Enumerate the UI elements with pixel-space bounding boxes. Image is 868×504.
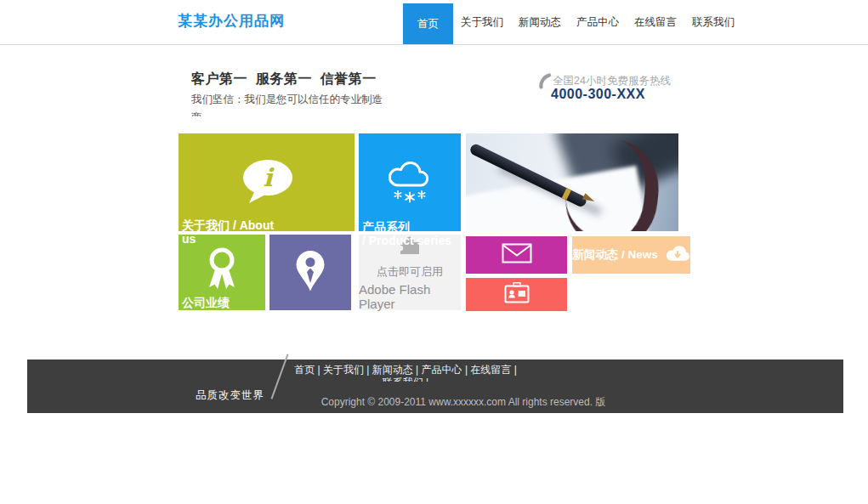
tile-products-label-line2: / Product series: [362, 235, 451, 248]
tile-mail[interactable]: [466, 236, 567, 274]
snow-cloud-icon: [385, 159, 434, 207]
flash-player-text: Adobe Flash Player: [359, 282, 461, 311]
tile-achievements[interactable]: 公司业绩: [179, 235, 265, 310]
tile-products[interactable]: 产品系列 / Product series: [359, 133, 461, 231]
contact-card-icon: [504, 282, 530, 307]
tile-location[interactable]: [269, 235, 351, 310]
tile-about[interactable]: i 关于我们 / About us: [179, 133, 355, 231]
phone-icon: [537, 73, 552, 93]
tile-products-label: 产品系列 / Product series: [362, 221, 451, 247]
hero-title: 客户第一 服务第一 信誉第一: [191, 71, 377, 88]
tile-news[interactable]: 新闻动态 / News: [572, 236, 690, 274]
nav-item-about[interactable]: 关于我们: [453, 0, 511, 44]
nav-item-message[interactable]: 在线留言: [627, 0, 684, 44]
nav-item-products[interactable]: 产品中心: [569, 0, 627, 44]
tile-pen-photo[interactable]: [466, 133, 678, 231]
person-pin-icon: [293, 250, 327, 296]
tile-about-label: 关于我们 / About us: [182, 219, 274, 246]
main-nav: 首页 关于我们 新闻动态 产品中心 在线留言 联系我们: [403, 0, 742, 44]
tile-about-label-line2: us: [182, 233, 274, 246]
award-ribbon-icon: [203, 246, 241, 294]
tile-achievements-label: 公司业绩: [182, 297, 230, 310]
nav-item-news[interactable]: 新闻动态: [511, 0, 569, 44]
download-cloud-icon: [665, 244, 690, 266]
site-logo[interactable]: 某某办公用品网: [178, 11, 285, 31]
envelope-icon: [502, 243, 532, 267]
flash-enable-text: 点击即可启用: [377, 264, 443, 280]
page: 某某办公用品网 首页 关于我们 新闻动态 产品中心 在线留言 联系我们 客户第一…: [0, 0, 868, 504]
footer-nav-links[interactable]: 首页 | 关于我们 | 新闻动态 | 产品中心 | 在线留言 | 联系我们 |: [292, 364, 519, 382]
nav-item-contact[interactable]: 联系我们: [684, 0, 742, 44]
tile-news-label: 新闻动态 / News: [572, 247, 658, 263]
footer-copyright: Copyright © 2009-2011 www.xxxxxx.com All…: [27, 396, 843, 409]
header: 某某办公用品网 首页 关于我们 新闻动态 产品中心 在线留言 联系我们: [0, 0, 868, 45]
nav-item-home[interactable]: 首页: [403, 3, 453, 44]
tile-about-label-line1: 关于我们 / About: [182, 219, 274, 233]
hotline-number: 4000-300-XXX: [551, 87, 645, 102]
footer: 首页 | 关于我们 | 新闻动态 | 产品中心 | 在线留言 | 联系我们 | …: [27, 360, 843, 413]
tile-products-label-line1: 产品系列: [362, 221, 451, 235]
info-bubble-icon: i: [239, 158, 295, 207]
tile-contact-card[interactable]: [466, 278, 567, 311]
hero-subtitle: 我们坚信：我们是您可以信任的专业制造商: [191, 91, 389, 116]
